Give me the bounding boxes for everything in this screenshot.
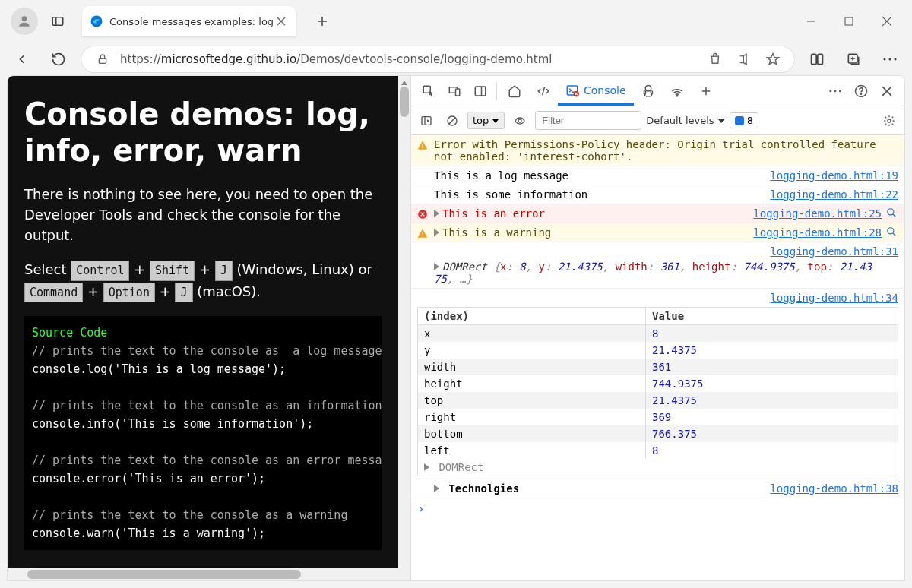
svg-rect-24 <box>456 89 460 96</box>
live-expression-icon[interactable] <box>509 110 530 131</box>
tab-close-icon[interactable] <box>274 14 289 29</box>
page-scrollbar-horizontal[interactable] <box>8 568 398 580</box>
inspect-icon[interactable] <box>886 226 898 239</box>
source-link[interactable]: logging-demo.html:31 <box>770 245 898 258</box>
devtools-more-icon[interactable] <box>822 78 848 104</box>
back-button[interactable] <box>8 45 36 74</box>
read-aloud-icon[interactable] <box>733 48 755 71</box>
tab-add[interactable] <box>692 77 720 106</box>
tab-elements[interactable] <box>529 77 558 106</box>
window-minimize-button[interactable] <box>792 6 830 36</box>
favorite-icon[interactable] <box>762 48 784 71</box>
svg-point-20 <box>889 58 891 61</box>
svg-point-47 <box>518 119 521 122</box>
svg-point-36 <box>834 90 837 92</box>
context-select[interactable]: top <box>467 112 505 129</box>
tab-welcome[interactable] <box>500 77 529 106</box>
profile-button[interactable] <box>11 8 38 35</box>
browser-tab[interactable]: Console messages examples: log <box>82 6 296 36</box>
console-warning-row[interactable]: This is a warning logging-demo.html:28 <box>411 223 904 242</box>
tab-network[interactable] <box>663 77 692 106</box>
table-row[interactable]: height744.9375 <box>418 375 898 392</box>
window-close-button[interactable] <box>868 6 906 36</box>
console-table-row[interactable]: logging-demo.html:34 <box>411 289 904 304</box>
devtools-close-icon[interactable] <box>874 78 900 104</box>
inspect-element-icon[interactable] <box>416 78 442 104</box>
table-header-value[interactable]: Value <box>646 308 898 324</box>
intro-text: There is nothing to see here, you need t… <box>24 184 382 245</box>
console-log-row[interactable]: This is a log message logging-demo.html:… <box>411 166 904 185</box>
tab-title: Console messages examples: log <box>109 16 274 27</box>
log-levels-select[interactable]: Default levels <box>646 115 724 126</box>
console-info-row[interactable]: This is some information logging-demo.ht… <box>411 185 904 204</box>
table-row[interactable]: width361 <box>418 359 898 375</box>
svg-point-53 <box>888 209 894 215</box>
svg-rect-12 <box>99 58 106 63</box>
svg-point-21 <box>895 58 897 61</box>
inspect-icon[interactable] <box>886 207 898 220</box>
table-row[interactable]: right369 <box>418 409 898 425</box>
table-row[interactable]: left8 <box>418 442 898 459</box>
svg-line-58 <box>893 233 896 236</box>
kbd-instructions: Select Control + Shift + J (Windows, Lin… <box>24 259 382 302</box>
source-link[interactable]: logging-demo.html:19 <box>770 169 898 182</box>
shopping-icon[interactable] <box>704 48 727 71</box>
filter-input[interactable] <box>535 111 641 130</box>
lock-icon[interactable] <box>91 48 114 71</box>
svg-point-19 <box>884 58 886 61</box>
svg-point-35 <box>829 90 831 92</box>
svg-rect-1 <box>52 17 63 26</box>
console-warning-row[interactable]: Error with Permissions-Policy header: Or… <box>411 135 904 166</box>
console-object-row[interactable]: Technolgies logging-demo.html:38 <box>411 479 904 498</box>
svg-rect-14 <box>812 54 817 64</box>
split-screen-icon[interactable] <box>803 45 831 74</box>
svg-point-49 <box>888 119 891 122</box>
table-row[interactable]: y21.4375 <box>418 342 898 359</box>
source-link[interactable]: logging-demo.html:22 <box>770 188 898 201</box>
code-block: Source Code // prints the text to the co… <box>24 316 382 550</box>
svg-point-31 <box>645 85 651 91</box>
table-row[interactable]: bottom766.375 <box>418 425 898 442</box>
collections-icon[interactable] <box>839 45 868 74</box>
console-object-row[interactable]: logging-demo.html:31 <box>411 242 904 258</box>
edge-icon <box>90 14 103 28</box>
table-row[interactable]: x8 <box>418 325 898 342</box>
table-header-index[interactable]: (index) <box>418 308 646 324</box>
svg-rect-51 <box>422 147 423 148</box>
page-content: Console demos: log, info, error, warn Th… <box>8 76 410 580</box>
dock-side-icon[interactable] <box>467 78 493 104</box>
tab-actions-icon[interactable] <box>43 6 73 36</box>
address-bar[interactable]: https://microsoftedge.github.io/Demos/de… <box>81 46 795 73</box>
console-error-row[interactable]: This is an error logging-demo.html:25 <box>411 204 904 223</box>
svg-point-0 <box>22 16 27 21</box>
issues-badge[interactable]: 8 <box>730 112 758 128</box>
devtools-help-icon[interactable] <box>848 78 874 104</box>
svg-line-54 <box>893 214 896 217</box>
source-link[interactable]: logging-demo.html:38 <box>770 482 898 495</box>
tab-sources[interactable] <box>634 77 663 106</box>
source-link[interactable]: logging-demo.html:25 <box>753 207 882 220</box>
warning-icon <box>417 228 429 239</box>
svg-marker-46 <box>492 119 499 123</box>
clear-console-icon[interactable] <box>442 110 463 131</box>
menu-icon[interactable] <box>876 45 904 74</box>
new-tab-button[interactable] <box>307 6 337 36</box>
domrect-object[interactable]: DOMRect {x: 8, y: 21.4375, width: 361, h… <box>411 258 904 289</box>
table-proto[interactable]: DOMRect <box>418 459 898 476</box>
svg-point-57 <box>888 228 894 234</box>
refresh-button[interactable] <box>44 45 73 74</box>
source-link[interactable]: logging-demo.html:34 <box>770 292 898 304</box>
tab-console[interactable]: Console <box>558 77 634 106</box>
svg-line-45 <box>449 118 455 124</box>
console-settings-icon[interactable] <box>879 110 900 131</box>
svg-point-39 <box>860 93 861 94</box>
window-maximize-button[interactable] <box>830 6 868 36</box>
console-prompt[interactable]: › <box>411 498 904 519</box>
svg-point-32 <box>676 95 678 96</box>
svg-rect-9 <box>845 17 853 25</box>
source-link[interactable]: logging-demo.html:28 <box>753 226 882 239</box>
console-sidebar-toggle-icon[interactable] <box>416 110 437 131</box>
device-toolbar-icon[interactable] <box>442 78 467 104</box>
table-row[interactable]: top21.4375 <box>418 392 898 409</box>
page-scrollbar-vertical[interactable] <box>398 76 410 580</box>
